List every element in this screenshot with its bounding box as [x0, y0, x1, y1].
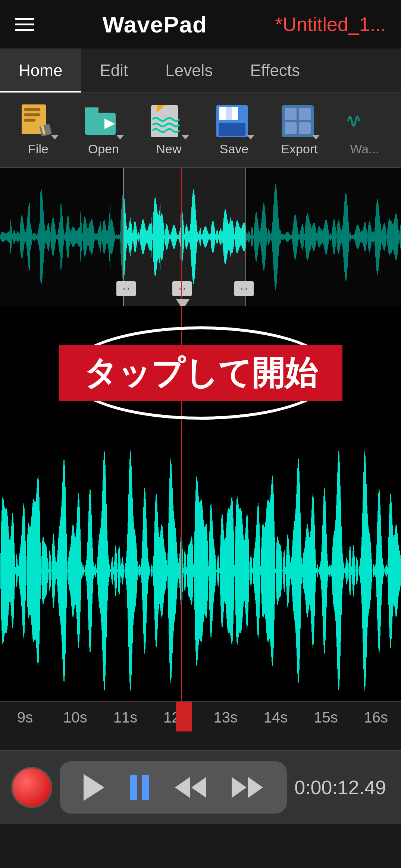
svg-rect-2 [24, 113, 40, 116]
timeline-13s: 13s [201, 709, 251, 726]
toolbar-new[interactable]: New [138, 97, 200, 164]
resize-handle-right[interactable]: ↔ [234, 281, 254, 296]
new-label: New [156, 142, 181, 156]
new-icon [150, 104, 188, 138]
wa-label: Wa... [350, 142, 379, 156]
tab-bar: Home Edit Levels Effects [0, 48, 401, 93]
timeline-cursor-rect [176, 702, 192, 731]
toolbar-save[interactable]: Save [203, 97, 265, 164]
svg-rect-3 [24, 119, 35, 122]
file-icon [20, 104, 57, 138]
hamburger-menu[interactable] [15, 18, 34, 31]
open-label: Open [88, 142, 119, 156]
pause-button[interactable] [130, 775, 149, 800]
play-button[interactable] [84, 774, 104, 801]
transport-controls [60, 761, 287, 814]
fwd-tri-2 [248, 777, 263, 798]
tap-text: タップして開始 [84, 351, 317, 395]
open-icon [85, 104, 122, 138]
svg-rect-13 [226, 107, 232, 120]
svg-rect-16 [285, 108, 297, 120]
save-label: Save [220, 142, 249, 156]
svg-rect-14 [219, 123, 245, 136]
waveform-main[interactable] [0, 440, 401, 701]
timeline-15s: 15s [301, 709, 351, 726]
new-dropdown-arrow [182, 135, 189, 140]
export-icon [281, 104, 318, 138]
pause-icon [130, 775, 149, 800]
playhead-top [181, 168, 182, 306]
svg-rect-17 [299, 108, 311, 120]
save-dropdown-arrow [247, 135, 254, 140]
file-label: File [28, 142, 48, 156]
export-label: Export [281, 142, 317, 156]
timeline-12s: 12s [150, 709, 200, 726]
pause-bar-2 [142, 775, 149, 800]
toolbar-open[interactable]: Open [73, 97, 134, 164]
svg-rect-18 [285, 122, 297, 134]
hamburger-line-1 [15, 18, 34, 20]
record-button[interactable] [11, 767, 52, 808]
open-dropdown-arrow [116, 135, 124, 140]
pause-bar-1 [130, 775, 137, 800]
timeline-11s: 11s [100, 709, 150, 726]
middle-area[interactable]: タップして開始 [0, 306, 401, 440]
resize-handle-left[interactable]: ↔ [116, 281, 136, 296]
toolbar-export[interactable]: Export [269, 97, 330, 164]
playhead-marker-top [176, 299, 189, 306]
tab-home[interactable]: Home [0, 48, 81, 93]
play-icon [84, 774, 104, 801]
svg-rect-1 [24, 108, 40, 111]
transport-bar: 0:00:12.49 [0, 750, 401, 824]
tap-overlay[interactable]: タップして開始 [0, 306, 401, 440]
save-icon [216, 104, 253, 138]
timeline-cursor [176, 702, 192, 731]
svg-rect-7 [85, 107, 98, 115]
top-bar: WavePad *Untitled_1... [0, 0, 401, 48]
timeline-14s: 14s [251, 709, 301, 726]
resize-handle-mid[interactable]: ↔ [172, 281, 192, 296]
time-display: 0:00:12.49 [294, 776, 390, 799]
timeline-10s: 10s [50, 709, 100, 726]
tab-effects[interactable]: Effects [231, 48, 319, 93]
toolbar-file[interactable]: File [7, 97, 69, 164]
fastforward-button[interactable] [232, 777, 263, 798]
svg-rect-19 [299, 122, 311, 134]
toolbar: File Open New [0, 93, 401, 168]
hamburger-line-2 [15, 23, 34, 25]
playhead-main [181, 440, 182, 701]
file-title[interactable]: *Untitled_1... [275, 13, 386, 35]
timeline-16s: 16s [351, 709, 401, 726]
export-dropdown-arrow [312, 135, 320, 140]
tap-banner[interactable]: タップして開始 [59, 345, 342, 401]
rewind-icon [175, 777, 206, 798]
tab-levels[interactable]: Levels [147, 48, 231, 93]
file-dropdown-arrow [51, 135, 59, 140]
rewind-tri-1 [191, 777, 206, 798]
wa-icon [346, 104, 383, 138]
toolbar-wa[interactable]: Wa... [334, 97, 395, 164]
rewind-tri-2 [175, 777, 190, 798]
timeline-9s: 9s [0, 709, 50, 726]
rewind-button[interactable] [175, 777, 206, 798]
tab-edit[interactable]: Edit [81, 48, 147, 93]
timeline: 9s 10s 11s 12s 13s 14s 15s 16s [0, 701, 401, 750]
fastforward-icon [232, 777, 263, 798]
hamburger-line-3 [15, 29, 34, 31]
fwd-tri-1 [232, 777, 247, 798]
waveform-main-canvas [0, 440, 401, 701]
waveform-top[interactable]: ↔ ↔ ↔ [0, 168, 401, 306]
app-title: WavePad [102, 11, 207, 38]
